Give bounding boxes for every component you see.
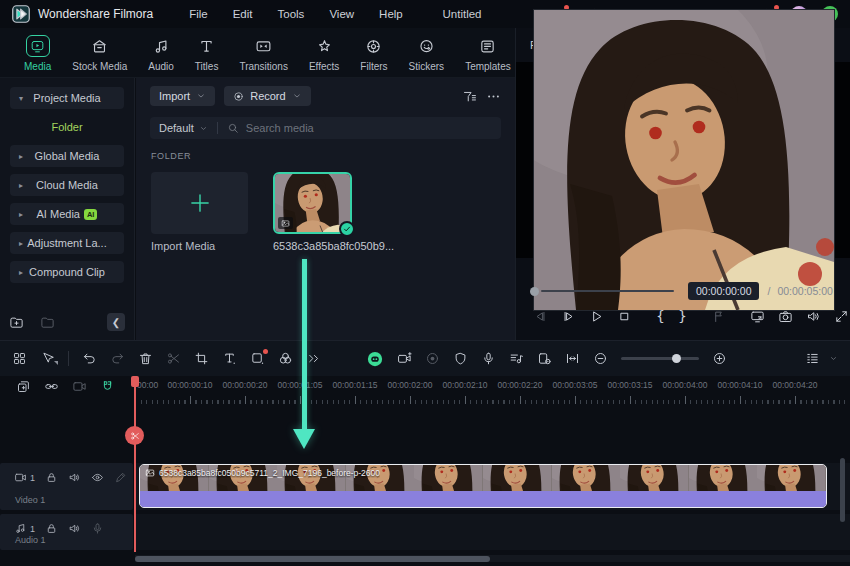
- scrubber-track[interactable]: [541, 290, 674, 292]
- snap-magnet-icon[interactable]: [100, 379, 115, 394]
- previous-frame-button[interactable]: [533, 309, 548, 324]
- import-button[interactable]: Import: [150, 86, 215, 106]
- current-timecode[interactable]: 00:00:00:00: [688, 282, 759, 300]
- redo-icon[interactable]: [110, 351, 125, 366]
- sidebar-item-ai-media[interactable]: ▸AI MediaAI: [10, 203, 124, 225]
- menu-help[interactable]: Help: [379, 8, 403, 20]
- text-tool-icon[interactable]: [222, 351, 237, 366]
- mute-track-icon[interactable]: [68, 471, 81, 484]
- filter-sort-icon[interactable]: [462, 89, 477, 104]
- mute-track-icon[interactable]: [68, 522, 81, 535]
- vertical-scroll-thumb[interactable]: [840, 458, 845, 522]
- video-track-header: 1 Video 1: [0, 463, 133, 510]
- record-button[interactable]: Record: [224, 86, 310, 106]
- media-item-thumbnail[interactable]: [273, 172, 352, 234]
- playhead[interactable]: [134, 376, 136, 552]
- zoom-in-icon[interactable]: [712, 351, 727, 366]
- audio-track-lane[interactable]: [135, 514, 850, 550]
- sidebar-item-compound-clip[interactable]: ▸Compound Clip: [10, 261, 124, 283]
- toolbox-icon[interactable]: [12, 351, 27, 366]
- tab-stock-media[interactable]: Stock Media: [72, 35, 127, 72]
- portrait-photo: [757, 465, 826, 491]
- volume-button[interactable]: [806, 309, 821, 324]
- tab-audio[interactable]: Audio: [148, 35, 174, 72]
- ruler-label: 00:00:04:20: [773, 380, 818, 390]
- sidebar-item-folder[interactable]: Folder: [10, 116, 124, 138]
- collapse-sidebar-button[interactable]: ❮: [107, 313, 125, 331]
- sidebar-item-project-media[interactable]: ▾Project Media: [10, 87, 124, 109]
- menu-tools[interactable]: Tools: [278, 8, 305, 20]
- color-wheels-icon[interactable]: [278, 351, 293, 366]
- folder-icon[interactable]: [40, 315, 55, 330]
- stop-button[interactable]: [617, 309, 632, 324]
- tab-titles[interactable]: Titles: [195, 35, 219, 72]
- zoom-slider-handle[interactable]: [672, 354, 681, 363]
- category-dropdown[interactable]: Default: [159, 122, 194, 134]
- screen-record-icon[interactable]: [425, 351, 440, 366]
- play-on-device-button[interactable]: [750, 309, 765, 324]
- search-input[interactable]: [246, 122, 446, 134]
- sidebar-item-adjustment-layer[interactable]: ▸Adjustment La...: [10, 232, 124, 254]
- tab-templates[interactable]: Templates: [465, 35, 511, 72]
- hide-track-icon[interactable]: [91, 471, 104, 484]
- mark-in-button[interactable]: {: [656, 308, 665, 324]
- timeline-clip[interactable]: 6538c3a85ba8fc050b9c5711_2_IMG_7196_befo…: [139, 464, 827, 508]
- playhead-handle[interactable]: [131, 376, 139, 387]
- import-media-tile[interactable]: [151, 172, 248, 234]
- device-preview-icon[interactable]: [537, 351, 552, 366]
- fullscreen-button[interactable]: [834, 309, 849, 324]
- protect-icon[interactable]: [453, 351, 468, 366]
- sidebar-item-cloud-media[interactable]: ▸Cloud Media: [10, 174, 124, 196]
- audio-tab-icon: [153, 35, 170, 57]
- mask-tool-icon[interactable]: [250, 351, 265, 366]
- video-preview[interactable]: [516, 62, 850, 258]
- play-button[interactable]: [589, 309, 604, 324]
- edit-track-icon[interactable]: [114, 471, 127, 484]
- audio-mixer-icon[interactable]: [509, 351, 524, 366]
- sidebar-item-global-media[interactable]: ▸Global Media: [10, 145, 124, 167]
- split-icon[interactable]: [166, 351, 181, 366]
- link-clips-icon[interactable]: [44, 379, 59, 394]
- horizontal-scroll-thumb[interactable]: [135, 556, 490, 562]
- zoom-out-icon[interactable]: [593, 351, 608, 366]
- menu-view[interactable]: View: [329, 8, 354, 20]
- lock-track-icon[interactable]: [45, 522, 58, 535]
- import-tile-label: Import Media: [151, 240, 248, 252]
- portrait-photo: [534, 10, 834, 310]
- more-tools-icon[interactable]: [306, 351, 321, 366]
- new-folder-icon[interactable]: [9, 315, 24, 330]
- snapshot-button[interactable]: [778, 309, 793, 324]
- effects-tab-icon: [316, 35, 333, 57]
- delete-icon[interactable]: [138, 351, 153, 366]
- marker-button[interactable]: [711, 309, 726, 324]
- add-camera-icon[interactable]: [397, 351, 412, 366]
- scrubber-row: 00:00:00:00 /00:00:05:00: [516, 280, 850, 302]
- ai-portrait-icon[interactable]: [366, 350, 384, 368]
- select-tool-icon[interactable]: [40, 351, 55, 366]
- tab-media[interactable]: Media: [24, 35, 51, 72]
- fit-timeline-icon[interactable]: [565, 351, 580, 366]
- tab-stickers[interactable]: Stickers: [409, 35, 445, 72]
- menu-edit[interactable]: Edit: [233, 8, 253, 20]
- undo-icon[interactable]: [82, 351, 97, 366]
- horizontal-scrollbar[interactable]: [135, 555, 850, 562]
- render-preview-icon[interactable]: [72, 379, 87, 394]
- next-frame-button[interactable]: [561, 309, 576, 324]
- mark-out-button[interactable]: }: [678, 308, 687, 324]
- tab-effects[interactable]: Effects: [309, 35, 339, 72]
- add-placeholder-icon[interactable]: [16, 379, 31, 394]
- more-options-icon[interactable]: [486, 89, 501, 104]
- tab-transitions[interactable]: Transitions: [239, 35, 288, 72]
- crop-icon[interactable]: [194, 351, 209, 366]
- lock-track-icon[interactable]: [45, 471, 58, 484]
- timeline-ruler[interactable]: 00:0000:00:00:1000:00:00:2000:00:01:0500…: [135, 378, 850, 406]
- record-voiceover-icon[interactable]: [91, 522, 104, 535]
- chevron-down-icon[interactable]: [829, 354, 838, 363]
- quick-split-badge[interactable]: [125, 426, 144, 445]
- menu-file[interactable]: File: [189, 8, 208, 20]
- timeline-zoom-slider[interactable]: [621, 357, 699, 360]
- scrubber-handle[interactable]: [530, 287, 539, 296]
- manage-tracks-icon[interactable]: [805, 351, 820, 366]
- tab-filters[interactable]: Filters: [360, 35, 387, 72]
- voiceover-icon[interactable]: [481, 351, 496, 366]
